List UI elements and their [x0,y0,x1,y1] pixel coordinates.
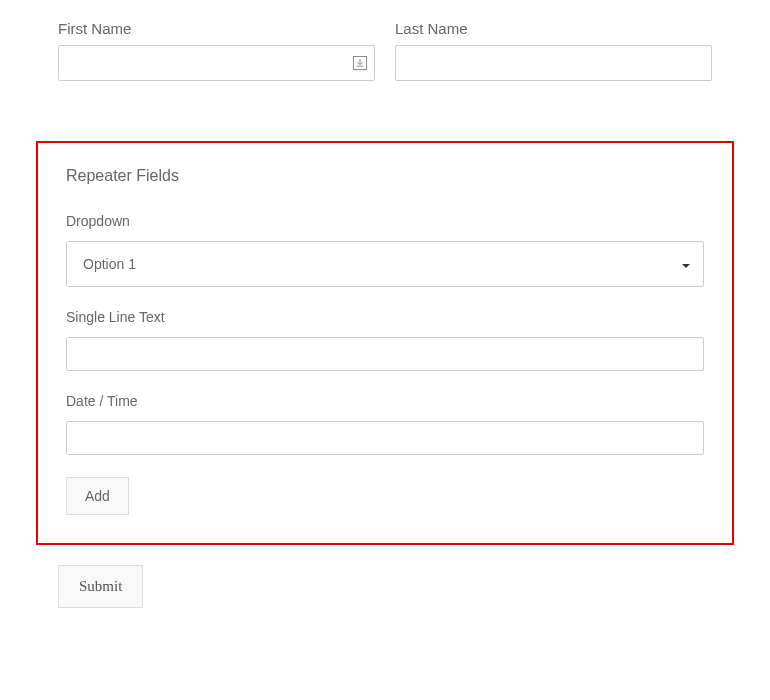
dropdown-field: Dropdown Option 1 [66,213,704,287]
dropdown-wrapper: Option 1 [66,241,704,287]
last-name-field: Last Name [395,20,712,81]
first-name-field: First Name [58,20,375,81]
first-name-input-wrapper [58,45,375,81]
single-line-input[interactable] [66,337,704,371]
datetime-label: Date / Time [66,393,704,409]
add-button[interactable]: Add [66,477,129,515]
submit-button[interactable]: Submit [58,565,143,608]
last-name-label: Last Name [395,20,712,37]
first-name-input[interactable] [58,45,375,81]
repeater-title: Repeater Fields [66,167,704,185]
submit-row: Submit [30,565,740,608]
datetime-input[interactable] [66,421,704,455]
repeater-fields-box: Repeater Fields Dropdown Option 1 Single… [36,141,734,545]
single-line-label: Single Line Text [66,309,704,325]
first-name-label: First Name [58,20,375,37]
form-container: First Name Last Name Repeater Fields Dro… [0,0,770,628]
datetime-field: Date / Time [66,393,704,455]
dropdown-label: Dropdown [66,213,704,229]
name-row: First Name Last Name [30,20,740,81]
dropdown-select[interactable]: Option 1 [66,241,704,287]
single-line-field: Single Line Text [66,309,704,371]
last-name-input[interactable] [395,45,712,81]
